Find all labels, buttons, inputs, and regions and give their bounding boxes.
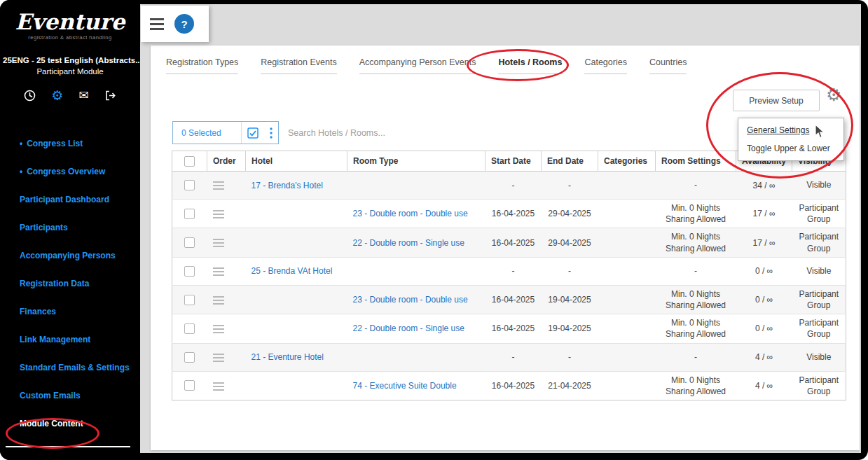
table-row: 21 - Eventure Hotel - - - 4 / ∞ Visible [172, 343, 846, 371]
end-date-cell: 29-04-2025 [542, 200, 598, 228]
room-settings-cell: Min. 0 Nights Sharing Allowed [656, 285, 736, 314]
select-all-check-icon[interactable] [242, 127, 264, 139]
module-title: Participant Module [0, 67, 140, 76]
drag-handle-icon[interactable] [213, 300, 224, 301]
sidebar-icon-row: ⚙ ✉ [0, 88, 140, 102]
table-row: 23 - Double room - Double use 16-04-2025… [172, 285, 846, 314]
sidebar-item-link-management[interactable]: Link Management [0, 334, 140, 345]
availability-cell: 0 / ∞ [736, 257, 792, 285]
tab-categories[interactable]: Categories [584, 57, 626, 74]
row-checkbox[interactable] [184, 180, 195, 190]
menu-item-toggle-upper-lower[interactable]: Toggle Upper & Lower [738, 139, 843, 158]
sidebar-item-congress-list[interactable]: •Congress List [0, 138, 140, 149]
tab-registration-types[interactable]: Registration Types [166, 57, 238, 74]
search-input[interactable] [288, 122, 589, 144]
col-header-order: Order [207, 151, 246, 172]
col-header-start-date: Start Date [485, 151, 542, 172]
room-type-link[interactable]: 23 - Double room - Double use [353, 209, 468, 218]
kebab-menu-icon[interactable] [264, 127, 278, 139]
tab-hotels-rooms[interactable]: Hotels / Rooms [498, 57, 562, 74]
menu-item-general-settings[interactable]: General Settings [738, 121, 843, 139]
start-date-cell: 16-04-2025 [485, 285, 542, 314]
row-checkbox[interactable] [184, 323, 195, 334]
bullet-icon: • [20, 167, 22, 176]
table-row: 23 - Double room - Double use 16-04-2025… [172, 200, 846, 228]
drag-handle-icon[interactable] [213, 214, 224, 215]
availability-cell: 0 / ∞ [736, 314, 792, 343]
preview-setup-button[interactable]: Preview Setup [733, 90, 820, 111]
tab-accompanying-person-events[interactable]: Accompanying Person Events [359, 57, 476, 74]
history-clock-icon[interactable] [24, 90, 36, 102]
sidebar-item-custom-emails[interactable]: Custom Emails [0, 390, 140, 401]
sidebar-item-label: Congress Overview [27, 167, 105, 176]
end-date-cell: 19-04-2025 [542, 314, 598, 343]
categories-cell [598, 343, 656, 371]
drag-handle-icon[interactable] [213, 242, 224, 244]
drag-handle-icon[interactable] [213, 328, 224, 330]
settings-gear-icon[interactable]: ⚙ [51, 89, 63, 102]
room-type-link[interactable]: 22 - Double room - Single use [353, 323, 464, 333]
settings-dropdown-menu: General Settings Toggle Upper & Lower [738, 118, 844, 161]
email-envelope-icon[interactable]: ✉ [78, 90, 88, 102]
row-checkbox[interactable] [184, 266, 195, 277]
drag-handle-icon[interactable] [213, 185, 224, 186]
row-checkbox[interactable] [184, 237, 195, 248]
tab-countries[interactable]: Countries [649, 57, 687, 74]
visibility-cell: Participant Group [792, 285, 846, 314]
availability-cell: 0 / ∞ [736, 285, 792, 314]
hotel-link[interactable]: 25 - Brenda VAt Hotel [252, 266, 333, 276]
availability-cell: 4 / ∞ [736, 343, 792, 371]
col-header-room-type: Room Type [347, 151, 485, 172]
drag-handle-icon[interactable] [213, 386, 224, 387]
tab-registration-events[interactable]: Registration Events [261, 57, 336, 74]
sidebar-item-congress-overview[interactable]: •Congress Overview [0, 166, 140, 177]
end-date-cell: 21-04-2025 [542, 371, 598, 400]
hotel-link[interactable]: 17 - Brenda's Hotel [252, 181, 323, 190]
sidebar-item-module-content[interactable]: Module Content [0, 418, 140, 429]
select-all-checkbox[interactable] [184, 156, 195, 167]
start-date-cell: 16-04-2025 [485, 228, 542, 257]
room-type-link[interactable]: 23 - Double room - Double use [353, 295, 468, 305]
col-header-room-settings: Room Settings [656, 151, 736, 172]
sidebar-item-participants[interactable]: Participants [0, 222, 140, 233]
content-card: Registration Types Registration Events A… [151, 46, 860, 450]
logo-text: Eventure [0, 10, 140, 34]
room-type-link[interactable]: 22 - Double room - Single use [353, 238, 464, 248]
sidebar-nav: •Congress List •Congress Overview Partic… [0, 138, 140, 446]
table-row: 22 - Double room - Single use 16-04-2025… [172, 228, 846, 257]
room-settings-cell: - [656, 257, 736, 285]
start-date-cell: 16-04-2025 [485, 371, 542, 400]
start-date-cell: - [485, 343, 542, 371]
table-row: 17 - Brenda's Hotel - - - 34 / ∞ Visible [172, 172, 846, 200]
room-settings-cell: - [656, 172, 736, 200]
categories-cell [598, 314, 656, 343]
help-button[interactable]: ? [174, 14, 194, 34]
sidebar-item-participant-dashboard[interactable]: Participant Dashboard [0, 194, 140, 205]
sidebar: Eventure registration & abstract handlin… [0, 0, 140, 460]
visibility-cell: Participant Group [792, 228, 846, 257]
categories-cell [598, 200, 656, 228]
row-checkbox[interactable] [184, 295, 195, 305]
visibility-cell: Participant Group [792, 314, 846, 343]
logout-icon[interactable] [104, 90, 116, 102]
categories-cell [598, 371, 656, 400]
table-settings-gear-icon[interactable]: ⚙ [826, 86, 841, 104]
selected-count-label: 0 Selected [173, 128, 241, 138]
row-checkbox[interactable] [184, 209, 195, 219]
room-type-link[interactable]: 74 - Executive Suite Double [353, 381, 457, 391]
row-checkbox[interactable] [184, 380, 195, 391]
col-header-hotel: Hotel [246, 151, 347, 172]
hamburger-menu-icon[interactable] [150, 23, 164, 25]
sidebar-item-finances[interactable]: Finances [0, 306, 140, 317]
hotel-link[interactable]: 21 - Eventure Hotel [252, 352, 324, 362]
room-settings-cell: Min. 0 Nights Sharing Allowed [656, 371, 736, 400]
sidebar-item-registration-data[interactable]: Registration Data [0, 278, 140, 289]
availability-cell: 34 / ∞ [736, 172, 792, 200]
row-checkbox[interactable] [184, 352, 195, 363]
drag-handle-icon[interactable] [213, 271, 224, 272]
sidebar-item-standard-emails-settings[interactable]: Standard Emails & Settings [0, 362, 140, 373]
room-settings-cell: Min. 0 Nights Sharing Allowed [656, 200, 736, 228]
start-date-cell: - [485, 172, 542, 200]
drag-handle-icon[interactable] [213, 357, 224, 358]
sidebar-item-accompanying-persons[interactable]: Accompanying Persons [0, 250, 140, 261]
